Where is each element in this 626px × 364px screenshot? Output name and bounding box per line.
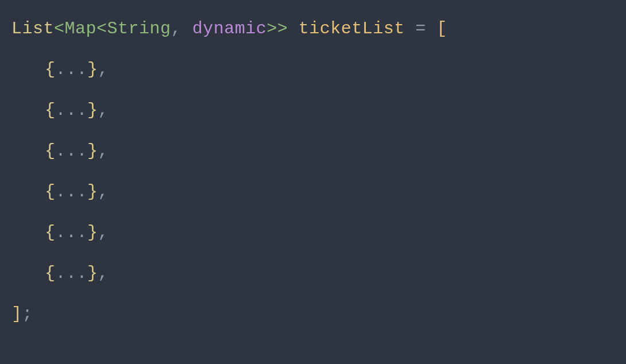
collapsed-entry[interactable]: {...}, xyxy=(11,57,615,83)
close-brace-token: } xyxy=(87,100,98,120)
space-token xyxy=(288,19,299,38)
open-brace-token: { xyxy=(45,100,56,120)
open-brace-token: { xyxy=(45,60,56,79)
space-token xyxy=(426,19,437,38)
angle-close-token: > xyxy=(266,19,277,38)
close-bracket-token: ] xyxy=(11,304,22,324)
string-type-token: String xyxy=(107,19,171,38)
variable-name-token: ticketList xyxy=(299,19,405,38)
ellipsis-token: ... xyxy=(56,264,88,283)
collapsed-entry[interactable]: {...}, xyxy=(11,261,615,286)
semicolon-token: ; xyxy=(22,304,33,324)
map-type-token: Map xyxy=(65,19,97,38)
declaration-line: List<Map<String, dynamic>> ticketList = … xyxy=(11,16,615,42)
open-brace-token: { xyxy=(45,223,56,242)
close-brace-token: } xyxy=(87,60,98,79)
space-token xyxy=(181,19,192,38)
ellipsis-token: ... xyxy=(56,141,88,161)
comma-token: , xyxy=(171,19,182,38)
close-brace-token: } xyxy=(87,264,98,283)
ellipsis-token: ... xyxy=(56,60,88,79)
list-type-token: List xyxy=(11,19,54,38)
comma-token: , xyxy=(98,264,109,283)
collapsed-entry[interactable]: {...}, xyxy=(11,220,615,246)
collapsed-entry[interactable]: {...}, xyxy=(11,179,615,205)
comma-token: , xyxy=(98,100,109,120)
open-brace-token: { xyxy=(45,182,56,202)
close-brace-token: } xyxy=(87,223,98,242)
angle-open-token: < xyxy=(54,19,65,38)
closing-line: ]; xyxy=(11,301,615,327)
close-brace-token: } xyxy=(87,182,98,202)
collapsed-entry[interactable]: {...}, xyxy=(11,98,615,123)
ellipsis-token: ... xyxy=(56,100,88,120)
comma-token: , xyxy=(98,60,109,79)
space-token xyxy=(405,19,416,38)
equals-token: = xyxy=(415,19,426,38)
comma-token: , xyxy=(98,182,109,202)
ellipsis-token: ... xyxy=(56,182,88,202)
comma-token: , xyxy=(98,223,109,242)
code-block: List<Map<String, dynamic>> ticketList = … xyxy=(11,16,615,327)
angle-close-token: > xyxy=(277,19,288,38)
ellipsis-token: ... xyxy=(56,223,88,242)
collapsed-entry[interactable]: {...}, xyxy=(11,138,615,164)
open-bracket-token: [ xyxy=(436,19,447,38)
open-brace-token: { xyxy=(45,141,56,161)
dynamic-keyword-token: dynamic xyxy=(192,19,267,38)
comma-token: , xyxy=(98,141,109,161)
close-brace-token: } xyxy=(87,141,98,161)
angle-open-token: < xyxy=(96,19,107,38)
open-brace-token: { xyxy=(45,264,56,283)
